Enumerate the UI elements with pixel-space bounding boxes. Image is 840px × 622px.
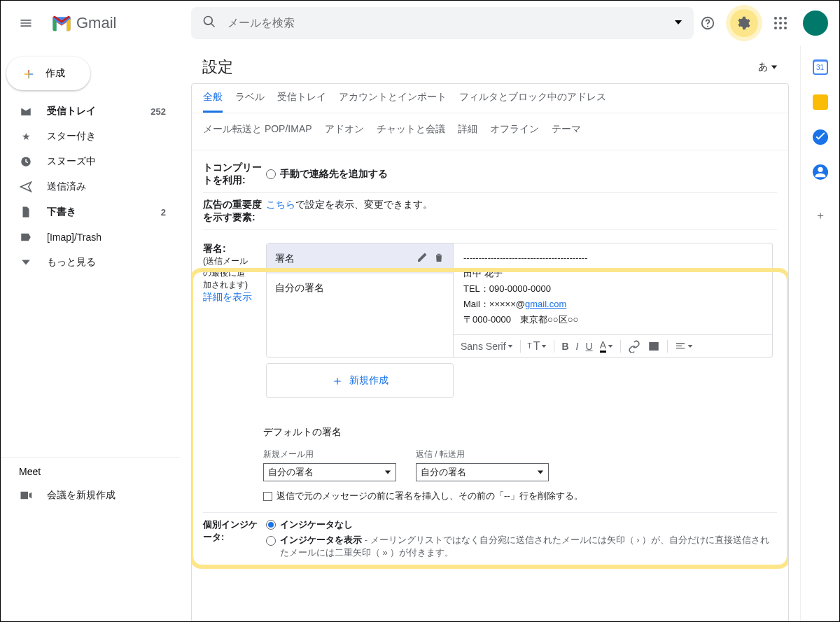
meet-new-meeting[interactable]: 会議を新規作成 — [1, 483, 180, 508]
app-name: Gmail — [76, 14, 116, 32]
settings-tabs-row2: メール転送と POP/IMAP アドオン チャットと会議 詳細 オフライン テー… — [192, 113, 788, 150]
nav-drafts[interactable]: 下書き2 — [1, 199, 180, 225]
autocomplete-label: トコンプリートを利用: — [203, 162, 266, 187]
draft-icon — [19, 205, 33, 219]
search-input[interactable] — [227, 17, 663, 29]
autocomplete-option[interactable]: 手動で連絡先を追加する — [266, 162, 777, 187]
email-link[interactable]: gmail.com — [525, 299, 566, 309]
radio-checked-icon[interactable] — [266, 520, 276, 530]
setting-personal-indicators: 個別インジケータ: インジケータなし インジケータを表示 - メーリングリストで… — [203, 512, 777, 559]
text-color-button[interactable]: A — [600, 339, 613, 353]
signature-body: 署名 自分の署名 -------------------------------… — [266, 243, 777, 398]
checkbox-icon[interactable] — [263, 492, 272, 501]
italic-button[interactable]: I — [576, 341, 579, 352]
plus-icon: ＋ — [20, 65, 37, 82]
font-family-select[interactable]: Sans Serif — [461, 341, 513, 352]
signature-text-editor[interactable]: ----------------------------------------… — [454, 243, 773, 335]
signature-learn-more[interactable]: 詳細を表示 — [203, 291, 266, 304]
main-menu-button[interactable] — [12, 9, 40, 37]
page-title: 設定 — [202, 57, 233, 78]
edit-icon[interactable] — [416, 252, 428, 265]
ad-link[interactable]: こちら — [266, 199, 295, 210]
nav-more[interactable]: もっと見る — [1, 250, 180, 275]
nav-trash[interactable]: [Imap]/Trash — [1, 225, 180, 250]
page-header: 設定 あ — [180, 45, 800, 83]
nav-sent[interactable]: 送信済み — [1, 174, 180, 199]
header-actions — [694, 9, 828, 37]
input-method-button[interactable]: あ — [758, 61, 778, 73]
clock-icon — [19, 155, 33, 169]
tasks-addon-icon[interactable] — [813, 129, 828, 145]
plus-icon: ＋ — [331, 372, 344, 389]
align-button[interactable] — [675, 341, 693, 352]
indicator-none[interactable]: インジケータなし — [266, 518, 777, 531]
add-addon-button[interactable]: ＋ — [813, 208, 828, 223]
radio-icon[interactable] — [266, 536, 276, 546]
indicator-label: 個別インジケータ: — [203, 518, 266, 559]
gmail-logo[interactable]: Gmail — [51, 14, 191, 32]
chevron-down-icon — [19, 255, 33, 269]
search-options-icon[interactable] — [674, 17, 682, 29]
tab-accounts[interactable]: アカウントとインポート — [339, 91, 447, 113]
ad-body: こちらで設定を表示、変更できます。 — [266, 199, 777, 224]
defaults-reply-select[interactable]: 自分の署名 — [416, 463, 549, 481]
tab-general[interactable]: 全般 — [203, 91, 223, 113]
signature-item-selected[interactable]: 署名 — [267, 243, 453, 274]
tab-filters[interactable]: フィルタとブロック中のアドレス — [459, 91, 606, 113]
bold-button[interactable]: B — [561, 341, 568, 352]
sent-icon — [19, 180, 33, 194]
search-bar[interactable] — [191, 7, 694, 39]
defaults-title: デフォルトの署名 — [263, 426, 777, 439]
search-icon — [202, 15, 216, 31]
signature-item[interactable]: 自分の署名 — [267, 274, 453, 303]
delete-icon[interactable] — [433, 252, 444, 265]
new-signature-button[interactable]: ＋ 新規作成 — [266, 363, 454, 398]
compose-label: 作成 — [46, 67, 65, 80]
signature-label-col: 署名: (送信メール の最後に追 加されます) 詳細を表示 — [203, 243, 266, 398]
tab-labels[interactable]: ラベル — [235, 91, 265, 113]
settings-gear-icon[interactable] — [730, 9, 758, 37]
setting-ad-importance: 広告の重要度を示す要素: こちらで設定を表示、変更できます。 — [203, 193, 777, 230]
main-content: 設定 あ 全般 ラベル 受信トレイ アカウントとインポート フィルタとブロック中… — [180, 45, 800, 621]
signature-label: 署名: — [203, 243, 266, 255]
setting-autocomplete: トコンプリートを利用: 手動で連絡先を追加する — [203, 156, 777, 193]
folder-nav: 受信トレイ252 ★スター付き スヌーズ中 送信済み 下書き2 [Imap]/T… — [1, 99, 180, 275]
defaults-new-label: 新規メール用 — [263, 448, 396, 460]
keep-addon-icon[interactable] — [813, 94, 828, 110]
settings-tabs-row1: 全般 ラベル 受信トレイ アカウントとインポート フィルタとブロック中のアドレス — [192, 84, 788, 113]
tab-chat[interactable]: チャットと会議 — [377, 123, 445, 143]
contacts-addon-icon[interactable] — [813, 164, 828, 180]
tab-advanced[interactable]: 詳細 — [458, 123, 477, 143]
defaults-reply-label: 返信 / 転送用 — [416, 448, 549, 460]
insert-before-checkbox-row[interactable]: 返信で元のメッセージの前に署名を挿入し、その前の「--」行を削除する。 — [263, 490, 777, 502]
insert-image-button[interactable] — [648, 340, 660, 353]
label-icon — [19, 230, 33, 244]
tab-offline[interactable]: オフライン — [490, 123, 539, 143]
font-size-button[interactable]: TT — [528, 340, 547, 353]
tab-forwarding[interactable]: メール転送と POP/IMAP — [203, 123, 312, 143]
defaults-new-select[interactable]: 自分の署名 — [263, 463, 396, 481]
tab-addons[interactable]: アドオン — [325, 123, 364, 143]
nav-starred[interactable]: ★スター付き — [1, 124, 180, 149]
tab-inbox[interactable]: 受信トレイ — [277, 91, 326, 113]
help-icon[interactable] — [694, 9, 722, 37]
google-apps-icon[interactable] — [766, 9, 794, 37]
insert-link-button[interactable] — [628, 340, 640, 353]
star-icon: ★ — [19, 129, 33, 143]
format-toolbar: Sans Serif TT B I U A — [454, 335, 773, 358]
inbox-icon — [19, 104, 33, 118]
radio-icon[interactable] — [266, 169, 276, 179]
compose-button[interactable]: ＋ 作成 — [6, 57, 90, 90]
nav-snoozed[interactable]: スヌーズ中 — [1, 149, 180, 174]
ad-label: 広告の重要度を示す要素: — [203, 199, 266, 224]
app-header: Gmail — [1, 1, 839, 45]
settings-panel: 全般 ラベル 受信トレイ アカウントとインポート フィルタとブロック中のアドレス… — [191, 83, 789, 621]
indicator-show[interactable]: インジケータを表示 - メーリングリストではなく自分宛に送信されたメールには矢印… — [266, 534, 777, 559]
account-avatar[interactable] — [803, 10, 828, 36]
underline-button[interactable]: U — [586, 341, 593, 352]
tab-themes[interactable]: テーマ — [552, 123, 581, 143]
calendar-addon-icon[interactable] — [813, 59, 828, 75]
signature-list: 署名 自分の署名 — [266, 243, 454, 358]
nav-inbox[interactable]: 受信トレイ252 — [1, 99, 180, 124]
side-panel: ＋ — [800, 45, 839, 621]
